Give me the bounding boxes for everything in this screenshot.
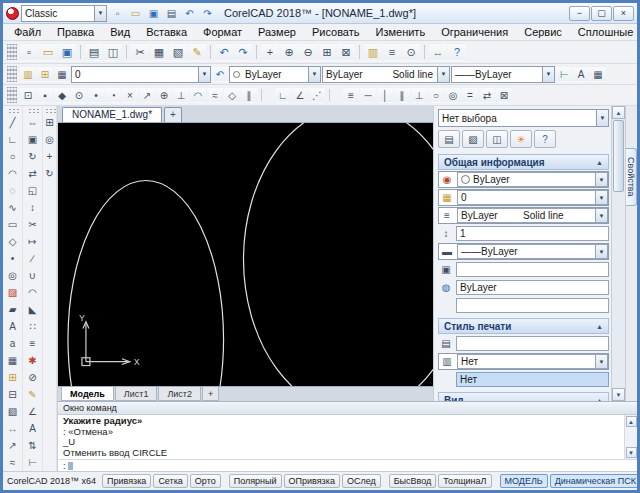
cut-icon[interactable]: ✂	[131, 43, 149, 61]
toolbar-grip[interactable]	[7, 66, 17, 82]
polyline-icon[interactable]: ∟	[4, 131, 22, 148]
pan-view-icon[interactable]: +	[43, 148, 56, 165]
menu-solids[interactable]: Сплошные	[570, 24, 640, 40]
leader-icon[interactable]: ↗	[4, 437, 22, 454]
snap-parallel-icon[interactable]: ∥	[241, 87, 257, 103]
match-properties-icon[interactable]: ✎	[24, 386, 42, 403]
print-doc-icon[interactable]: ▤	[163, 5, 180, 21]
toolbar-icon[interactable]	[356, 43, 363, 61]
property-field[interactable]: Нет ▼	[456, 372, 609, 387]
chamfer-icon[interactable]: ◣	[24, 301, 42, 318]
hatch-icon[interactable]: ▨	[4, 284, 22, 301]
selection-combo[interactable]: Нет выбора ▼	[438, 109, 609, 127]
snap-insertion-icon[interactable]: ⊕	[156, 87, 172, 103]
constraint-parallel-icon[interactable]: ∥	[394, 87, 410, 103]
constraint-vertical-icon[interactable]: │	[377, 87, 393, 103]
property-field[interactable]: ▼	[456, 298, 609, 313]
menu-insert[interactable]: Вставка	[138, 24, 195, 40]
zoom-in-icon[interactable]: ⊕	[280, 43, 298, 61]
menu-format[interactable]: Формат	[195, 24, 250, 40]
layer-new-icon[interactable]: ⊞	[37, 66, 53, 82]
erase-icon[interactable]: ⊘	[24, 369, 42, 386]
zoom-window-icon[interactable]: ⊞	[318, 43, 336, 61]
constraint-fix-icon[interactable]: ⊠	[496, 87, 512, 103]
quick-select-icon[interactable]: ▧	[462, 130, 484, 148]
snap-quadrant-icon[interactable]: ◔	[105, 87, 121, 103]
offset-icon[interactable]: ≡	[24, 335, 42, 352]
polygon-icon[interactable]: ◇	[4, 233, 22, 250]
snap-tangent-icon[interactable]: ◠	[190, 87, 206, 103]
undo-title-icon[interactable]: ↶	[181, 5, 198, 21]
snap-endpoint-icon[interactable]: ▪	[37, 87, 53, 103]
toolbar-grip[interactable]	[27, 107, 39, 114]
constraint-equal-icon[interactable]: =	[462, 87, 478, 103]
text-icon[interactable]: A	[4, 318, 22, 335]
toolbar-icon[interactable]	[77, 43, 84, 61]
constraint-horizontal-icon[interactable]: ─	[360, 87, 376, 103]
menu-draw[interactable]: Рисовать	[304, 24, 368, 40]
explode-icon[interactable]: ✱	[24, 352, 42, 369]
constraint-symmetric-icon[interactable]: ⇄	[479, 87, 495, 103]
line-style-combo[interactable]: ByLayer Solid line ▼	[322, 66, 450, 83]
pan-icon[interactable]: +	[261, 43, 279, 61]
toolbar-icon[interactable]	[326, 87, 342, 103]
snap-intersection-icon[interactable]: ×	[122, 87, 138, 103]
circle-icon[interactable]: ○	[4, 148, 22, 165]
sheet-tab-model[interactable]: Модель	[61, 387, 114, 401]
property-field[interactable]: ByLayer ▼	[456, 280, 609, 295]
grid-button[interactable]: Сетка▼	[153, 474, 187, 488]
workspace-combo[interactable]: Classic ▼	[21, 5, 107, 22]
refresh-view-icon[interactable]: ↻	[43, 165, 56, 182]
menu-edit[interactable]: Правка	[49, 24, 102, 40]
doc-tab-new[interactable]: +	[164, 107, 182, 122]
layer-previous-icon[interactable]: ↶	[212, 66, 228, 82]
command-input[interactable]: :	[58, 459, 637, 471]
toolbar-grip[interactable]	[44, 107, 56, 114]
fillet-icon[interactable]: ◠	[24, 284, 42, 301]
ring-icon[interactable]: ◎	[4, 267, 22, 284]
circle-entity[interactable]	[244, 123, 433, 386]
polar-toggle-icon[interactable]: ∠	[292, 87, 308, 103]
constraint-tangent-icon[interactable]: ○	[428, 87, 444, 103]
section-general-info[interactable]: Общая информация ▲	[438, 154, 609, 170]
mirror-icon[interactable]: ⇄	[24, 165, 42, 182]
property-field[interactable]: 0 ▼	[457, 190, 608, 205]
zoom-fit-icon[interactable]: ⊠	[337, 43, 355, 61]
property-field[interactable]: ByLayer ▼	[457, 172, 608, 187]
format-painter-icon[interactable]: ✎	[188, 43, 206, 61]
property-field[interactable]: ▼	[456, 262, 609, 277]
highlight-icon[interactable]: ☀	[510, 130, 532, 148]
attach-image-icon[interactable]: ▧	[4, 403, 22, 420]
menu-view[interactable]: Вид	[102, 24, 138, 40]
save-icon[interactable]: ▣	[58, 43, 76, 61]
close-button[interactable]: ×	[613, 6, 634, 21]
stretch-icon[interactable]: ↕	[24, 199, 42, 216]
properties-icon[interactable]: ≡	[383, 43, 401, 61]
copy-properties-icon[interactable]: ◫	[486, 130, 508, 148]
table-style-icon[interactable]: ▦	[590, 66, 606, 82]
select-entities-icon[interactable]: ▤	[438, 130, 460, 148]
dimension-icon[interactable]: ↔	[4, 420, 22, 437]
redo-title-icon[interactable]: ↷	[199, 5, 216, 21]
toolbar-icon[interactable]	[253, 43, 260, 61]
edit-polyline-icon[interactable]: ∠	[24, 403, 42, 420]
doc-tab-noname1[interactable]: NONAME_1.dwg*	[62, 107, 162, 122]
sheet-tab-add[interactable]: +	[202, 387, 219, 401]
spline-icon[interactable]: ∿	[4, 199, 22, 216]
snap-extension-icon[interactable]: ↗	[139, 87, 155, 103]
new-doc-icon[interactable]: ▫	[109, 5, 126, 21]
weld-icon[interactable]: ∪	[24, 267, 42, 284]
property-field[interactable]: 1 ▼	[456, 226, 609, 241]
toolbar-icon[interactable]	[123, 43, 130, 61]
scrollbar-thumb[interactable]	[613, 120, 624, 192]
block-icon[interactable]: ⊞	[4, 369, 22, 386]
etrack-button[interactable]: ОСлед▼	[342, 474, 381, 488]
snap-perpendicular-icon[interactable]: ⊥	[173, 87, 189, 103]
command-window-title[interactable]: Окно команд	[58, 402, 637, 415]
property-field[interactable]: ByLayer Solid line ▼	[457, 208, 608, 223]
scale-icon[interactable]: ◱	[24, 182, 42, 199]
snap-center-icon[interactable]: ⊙	[71, 87, 87, 103]
toolbar-icon[interactable]	[421, 43, 428, 61]
insert-block-icon[interactable]: ⊟	[4, 386, 22, 403]
undo-icon[interactable]: ↶	[215, 43, 233, 61]
